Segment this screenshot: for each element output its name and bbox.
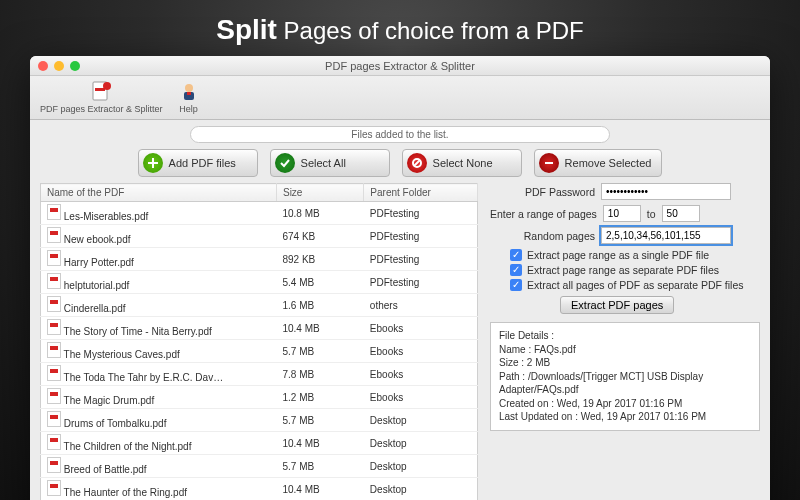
svg-rect-5 (187, 92, 191, 95)
table-row[interactable]: The Story of Time - Nita Berry.pdf10.4 M… (41, 317, 478, 340)
table-row[interactable]: The Children of the Night.pdf10.4 MBDesk… (41, 432, 478, 455)
zoom-icon[interactable] (70, 61, 80, 71)
password-field[interactable] (601, 183, 731, 200)
check-icon (275, 153, 295, 173)
table-row[interactable]: The Haunter of the Ring.pdf10.4 MBDeskto… (41, 478, 478, 501)
table-row[interactable]: helptutorial.pdf5.4 MBPDFtesting (41, 271, 478, 294)
pdf-file-icon (47, 388, 61, 404)
table-row[interactable]: Cinderella.pdf1.6 MBothers (41, 294, 478, 317)
chk-separate-range[interactable]: Extract page range as separate PDF files (510, 264, 760, 276)
col-size[interactable]: Size (276, 184, 363, 202)
svg-point-3 (185, 84, 193, 92)
chk-all-separate[interactable]: Extract all pages of PDF as separate PDF… (510, 279, 760, 291)
svg-rect-1 (95, 88, 105, 91)
random-label: Random pages (490, 230, 595, 242)
pdf-file-icon (47, 480, 61, 496)
close-icon[interactable] (38, 61, 48, 71)
pdf-file-icon (47, 411, 61, 427)
minus-icon (539, 153, 559, 173)
range-to-label: to (647, 208, 656, 220)
prohibit-icon (407, 153, 427, 173)
pdf-file-icon (47, 457, 61, 473)
chk-single-file[interactable]: Extract page range as a single PDF file (510, 249, 760, 261)
window-titlebar: PDF pages Extractor & Splitter (30, 56, 770, 76)
table-row[interactable]: Drums of Tombalku.pdf5.7 MBDesktop (41, 409, 478, 432)
pdf-file-icon (47, 227, 61, 243)
col-folder[interactable]: Parent Folder (364, 184, 478, 202)
table-row[interactable]: New ebook.pdf674 KBPDFtesting (41, 225, 478, 248)
extract-button[interactable]: Extract PDF pages (560, 296, 674, 314)
table-row[interactable]: Les-Miserables.pdf10.8 MBPDFtesting (41, 202, 478, 225)
toolbar-item-main[interactable]: PDF pages Extractor & Splitter (36, 78, 167, 116)
remove-selected-button[interactable]: Remove Selected (534, 149, 663, 177)
pdf-app-icon (89, 80, 113, 104)
plus-icon (143, 153, 163, 173)
checkbox-icon (510, 279, 522, 291)
range-to-input[interactable] (662, 205, 700, 222)
random-pages-input[interactable] (601, 227, 731, 244)
table-row[interactable]: The Toda The Tahr by E.R.C. Dav…7.8 MBEb… (41, 363, 478, 386)
add-pdf-button[interactable]: Add PDF files (138, 149, 258, 177)
checkbox-icon (510, 249, 522, 261)
table-row[interactable]: The Magic Drum.pdf1.2 MBEbooks (41, 386, 478, 409)
file-details: File Details : Name : FAQs.pdf Size : 2 … (490, 322, 760, 431)
pdf-file-icon (47, 365, 61, 381)
pdf-file-icon (47, 319, 61, 335)
table-row[interactable]: Breed of Battle.pdf5.7 MBDesktop (41, 455, 478, 478)
pdf-file-icon (47, 273, 61, 289)
toolbar-item-help[interactable]: Help (173, 78, 205, 116)
file-table[interactable]: Name of the PDF Size Parent Folder Les-M… (40, 183, 478, 500)
toolbar: PDF pages Extractor & Splitter Help (30, 76, 770, 120)
range-label: Enter a range of pages (490, 208, 597, 220)
pdf-file-icon (47, 296, 61, 312)
svg-rect-7 (545, 162, 553, 164)
minimize-icon[interactable] (54, 61, 64, 71)
pdf-file-icon (47, 434, 61, 450)
col-name[interactable]: Name of the PDF (41, 184, 277, 202)
pdf-file-icon (47, 250, 61, 266)
select-all-button[interactable]: Select All (270, 149, 390, 177)
pdf-file-icon (47, 204, 61, 220)
password-label: PDF Password (490, 186, 595, 198)
select-none-button[interactable]: Select None (402, 149, 522, 177)
app-window: PDF pages Extractor & Splitter PDF pages… (30, 56, 770, 500)
pdf-file-icon (47, 342, 61, 358)
svg-point-2 (103, 82, 111, 90)
status-message: Files added to the list. (190, 126, 610, 143)
range-from-input[interactable] (603, 205, 641, 222)
hero-headline: Split Pages of choice from a PDF (0, 0, 800, 56)
checkbox-icon (510, 264, 522, 276)
table-row[interactable]: The Mysterious Caves.pdf5.7 MBEbooks (41, 340, 478, 363)
table-row[interactable]: Harry Potter.pdf892 KBPDFtesting (41, 248, 478, 271)
help-icon (177, 80, 201, 104)
window-title: PDF pages Extractor & Splitter (30, 60, 770, 72)
